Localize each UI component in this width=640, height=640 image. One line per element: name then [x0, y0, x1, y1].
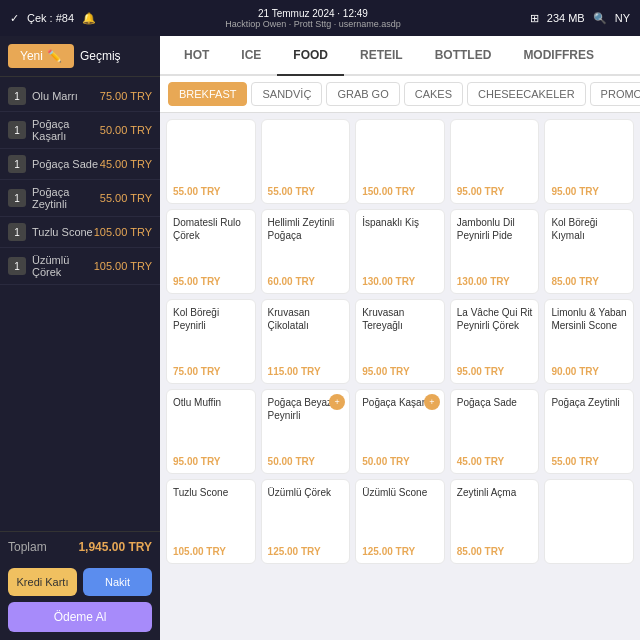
- product-card[interactable]: Domatesli Rulo Çörek 95.00 TRY: [166, 209, 256, 294]
- product-card[interactable]: La Vâche Qui Rit Peynirli Çörek 95.00 TR…: [450, 299, 540, 384]
- product-price: 75.00 TRY: [173, 366, 249, 377]
- category-tab-bottled[interactable]: BOTTLED: [419, 36, 508, 76]
- category-tab-hot[interactable]: HOT: [168, 36, 225, 76]
- product-price: 95.00 TRY: [173, 456, 249, 467]
- product-name: Tuzlu Scone: [173, 486, 249, 542]
- sub-tab-promosyon[interactable]: PROMOSYON: [590, 82, 640, 106]
- product-name: İspanaklı Kiş: [362, 216, 438, 272]
- product-card[interactable]: Üzümlü Scone 125.00 TRY: [355, 479, 445, 564]
- item-name: Poğaça Kaşarlı: [32, 118, 100, 142]
- product-name: Kruvasan Tereyağlı: [362, 306, 438, 362]
- product-price: 115.00 TRY: [268, 366, 344, 377]
- product-name: Domatesli Rulo Çörek: [173, 216, 249, 272]
- product-card[interactable]: Poğaça Zeytinli 55.00 TRY: [544, 389, 634, 474]
- product-name: [551, 486, 627, 553]
- pay-button[interactable]: Ödeme Al: [8, 602, 152, 632]
- sidebar-item[interactable]: 1 Poğaça Zeytinli 55.00 TRY: [0, 180, 160, 217]
- product-price: 55.00 TRY: [268, 186, 344, 197]
- credit-card-button[interactable]: Kredi Kartı: [8, 568, 77, 596]
- sidebar-item[interactable]: 1 Olu Marrı 75.00 TRY: [0, 81, 160, 112]
- product-name: [362, 126, 438, 182]
- cash-button[interactable]: Nakit: [83, 568, 152, 596]
- item-name: Tuzlu Scone: [32, 226, 94, 238]
- product-price: 95.00 TRY: [551, 186, 627, 197]
- sub-tab-sandvi̇ç[interactable]: SANDVİÇ: [251, 82, 322, 106]
- product-card[interactable]: [544, 479, 634, 564]
- product-price: 50.00 TRY: [268, 456, 344, 467]
- product-name: Kol Böreği Kıymalı: [551, 216, 627, 272]
- product-name: [268, 126, 344, 182]
- product-price: 85.00 TRY: [551, 276, 627, 287]
- product-card[interactable]: Otlu Muffin 95.00 TRY: [166, 389, 256, 474]
- product-price: 125.00 TRY: [362, 546, 438, 557]
- product-name: Zeytinli Açma: [457, 486, 533, 542]
- search-icon[interactable]: 🔍: [593, 12, 607, 25]
- sidebar-item[interactable]: 1 Tuzlu Scone 105.00 TRY: [0, 217, 160, 248]
- product-card[interactable]: 55.00 TRY: [261, 119, 351, 204]
- product-price: 60.00 TRY: [268, 276, 344, 287]
- history-button[interactable]: Geçmiş: [80, 49, 121, 63]
- product-card[interactable]: + Poğaça Beyaz Peynirli 50.00 TRY: [261, 389, 351, 474]
- item-qty: 1: [8, 257, 26, 275]
- sidebar: Yeni ✏️ Geçmiş 1 Olu Marrı 75.00 TRY 1 P…: [0, 36, 160, 640]
- grid-icon: ⊞: [530, 12, 539, 25]
- product-price: 130.00 TRY: [457, 276, 533, 287]
- product-card[interactable]: Üzümlü Çörek 125.00 TRY: [261, 479, 351, 564]
- product-price: 125.00 TRY: [268, 546, 344, 557]
- new-order-button[interactable]: Yeni ✏️: [8, 44, 74, 68]
- category-tab-reteil[interactable]: RETEIL: [344, 36, 419, 76]
- sub-tab-grab-go[interactable]: GRAB GO: [326, 82, 399, 106]
- product-card[interactable]: Hellimli Zeytinli Poğaça 60.00 TRY: [261, 209, 351, 294]
- check-icon: ✓: [10, 12, 19, 25]
- content-area: HOTICEFOODRETEILBOTTLEDMODIFFRES BREKFAS…: [160, 36, 640, 640]
- product-card[interactable]: İspanaklı Kiş 130.00 TRY: [355, 209, 445, 294]
- sub-tab-brekfast[interactable]: BREKFAST: [168, 82, 247, 106]
- sidebar-header: Yeni ✏️ Geçmiş: [0, 36, 160, 77]
- sidebar-item[interactable]: 1 Poğaça Sade 45.00 TRY: [0, 149, 160, 180]
- product-card[interactable]: Tuzlu Scone 105.00 TRY: [166, 479, 256, 564]
- yeni-label: Yeni: [20, 49, 43, 63]
- product-card[interactable]: 95.00 TRY: [544, 119, 634, 204]
- sub-tab-cheseecakeler[interactable]: CHESEECAKELER: [467, 82, 586, 106]
- product-price: 150.00 TRY: [362, 186, 438, 197]
- product-name: [551, 126, 627, 182]
- product-name: La Vâche Qui Rit Peynirli Çörek: [457, 306, 533, 362]
- item-name: Poğaça Sade: [32, 158, 100, 170]
- product-card[interactable]: Kol Böreği Kıymalı 85.00 TRY: [544, 209, 634, 294]
- item-qty: 1: [8, 155, 26, 173]
- product-price: 95.00 TRY: [457, 186, 533, 197]
- product-card[interactable]: Poğaça Sade 45.00 TRY: [450, 389, 540, 474]
- item-price: 45.00 TRY: [100, 158, 152, 170]
- product-card[interactable]: 150.00 TRY: [355, 119, 445, 204]
- product-card[interactable]: Limonlu & Yaban Mersinli Scone 90.00 TRY: [544, 299, 634, 384]
- sub-tab-cakes[interactable]: CAKES: [404, 82, 463, 106]
- product-card[interactable]: Zeytinli Açma 85.00 TRY: [450, 479, 540, 564]
- item-price: 55.00 TRY: [100, 192, 152, 204]
- item-price: 105.00 TRY: [94, 226, 152, 238]
- sidebar-item[interactable]: 1 Üzümlü Çörek 105.00 TRY: [0, 248, 160, 285]
- product-price: 130.00 TRY: [362, 276, 438, 287]
- product-price: 55.00 TRY: [551, 456, 627, 467]
- sidebar-item[interactable]: 1 Poğaça Kaşarlı 50.00 TRY: [0, 112, 160, 149]
- product-card[interactable]: Kruvasan Tereyağlı 95.00 TRY: [355, 299, 445, 384]
- product-name: Kol Böreği Peynirli: [173, 306, 249, 362]
- category-tab-food[interactable]: FOOD: [277, 36, 344, 76]
- category-tab-ice[interactable]: ICE: [225, 36, 277, 76]
- category-tab-modiffres[interactable]: MODIFFRES: [507, 36, 610, 76]
- product-card[interactable]: Kol Böreği Peynirli 75.00 TRY: [166, 299, 256, 384]
- edit-icon: ✏️: [47, 49, 62, 63]
- item-name: Üzümlü Çörek: [32, 254, 94, 278]
- product-card[interactable]: + Poğaça Kaşarlı 50.00 TRY: [355, 389, 445, 474]
- product-name: Limonlu & Yaban Mersinli Scone: [551, 306, 627, 362]
- check-label: Çek : #84: [27, 12, 74, 24]
- product-card[interactable]: 95.00 TRY: [450, 119, 540, 204]
- product-name: Jambonlu Dil Peynirli Pide: [457, 216, 533, 272]
- product-badge: +: [424, 394, 440, 410]
- product-card[interactable]: Kruvasan Çikolatalı 115.00 TRY: [261, 299, 351, 384]
- top-bar: ✓ Çek : #84 🔔 21 Temmuz 2024 · 12:49 Hac…: [0, 0, 640, 36]
- product-card[interactable]: 55.00 TRY: [166, 119, 256, 204]
- product-name: Üzümlü Çörek: [268, 486, 344, 542]
- product-card[interactable]: Jambonlu Dil Peynirli Pide 130.00 TRY: [450, 209, 540, 294]
- item-qty: 1: [8, 121, 26, 139]
- top-bar-center: 21 Temmuz 2024 · 12:49 Hacktiop Owen · P…: [225, 8, 401, 29]
